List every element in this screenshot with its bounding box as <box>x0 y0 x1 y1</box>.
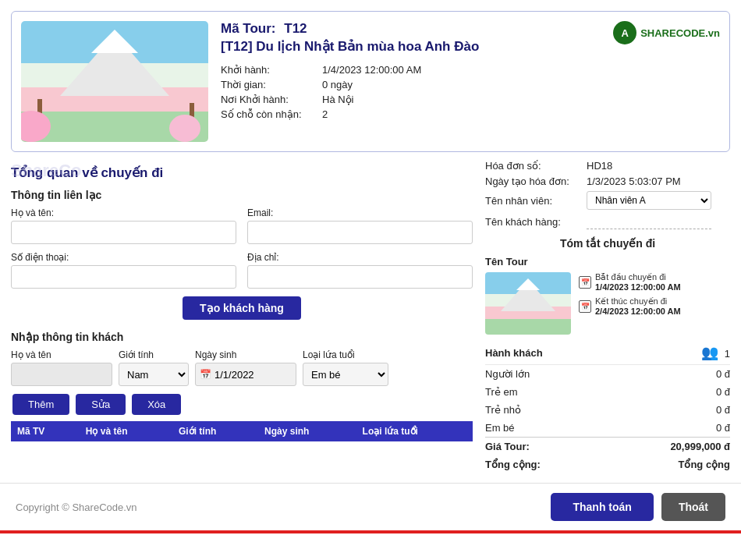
right-panel: Hóa đơn số: HD18 Ngày tạo hóa đơn: 1/3/2… <box>473 160 730 473</box>
people-icon: 👥 <box>701 345 718 360</box>
passenger-name-label: Họ và tên <box>11 349 112 360</box>
employee-select[interactable]: Nhân viên A <box>587 191 711 210</box>
summary-stats: Hành khách 👥 1 Người lớn 0 đ Trẻ em 0 đ <box>485 341 730 473</box>
delete-passenger-button[interactable]: Xóa <box>132 394 181 415</box>
col-id: Mã TV <box>11 421 80 441</box>
invoice-customer-label: Tên khách hàng: <box>485 216 587 228</box>
edit-passenger-button[interactable]: Sửa <box>76 394 126 415</box>
col-name: Họ và tên <box>80 421 172 441</box>
passengers-stat-row: Hành khách 👥 1 <box>485 341 730 365</box>
phone-input[interactable] <box>11 265 236 289</box>
logo-text: SHARECODE.vn <box>640 27 720 39</box>
table-header-row: Mã TV Họ và tên Giới tính Ngày sinh Loại… <box>11 421 473 441</box>
add-passenger-button[interactable]: Thêm <box>12 394 69 415</box>
form-row-2: Số điện thoại: Địa chỉ: <box>11 252 473 289</box>
start-row: 📅 Bắt đầu chuyến đi 1/4/2023 12:00:00 AM <box>579 272 730 292</box>
baby-price-row: Em bé 0 đ <box>485 419 730 437</box>
summary-tour-row: 📅 Bắt đầu chuyến đi 1/4/2023 12:00:00 AM… <box>485 272 730 335</box>
email-input[interactable] <box>247 221 473 244</box>
passenger-gender-select[interactable]: Nam Nữ <box>119 363 189 386</box>
toddler-label: Trẻ nhỏ <box>485 404 521 416</box>
duration-label: Thời gian: <box>221 79 322 90</box>
red-line-decoration <box>0 530 741 533</box>
footer-buttons: Thanh toán Thoát <box>551 493 725 521</box>
end-value: 2/4/2023 12:00:00 AM <box>595 307 681 316</box>
passenger-age-select[interactable]: Em bé Trẻ nhỏ Trẻ em Người lớn <box>303 363 388 386</box>
invoice-date-row: Ngày tạo hóa đơn: 1/3/2023 5:03:07 PM <box>485 175 730 187</box>
passenger-section: Nhập thông tin khách Họ và tên Giới tính… <box>11 331 473 441</box>
summary-title: Tóm tắt chuyến đi <box>485 237 730 250</box>
customer-name-input[interactable] <box>587 214 711 229</box>
payment-button[interactable]: Thanh toán <box>551 493 653 521</box>
passenger-gender-group: Giới tính Nam Nữ <box>119 349 189 386</box>
passenger-form-row: Họ và tên Giới tính Nam Nữ Ngày sinh � <box>11 349 473 386</box>
duration-value: 0 ngày <box>322 79 720 90</box>
tour-image <box>21 21 208 142</box>
address-input[interactable] <box>247 265 473 289</box>
passenger-dob-group: Ngày sinh 📅 <box>195 349 296 386</box>
summary-trip-info: 📅 Bắt đầu chuyến đi 1/4/2023 12:00:00 AM… <box>579 272 730 321</box>
phone-group: Số điện thoại: <box>11 252 236 289</box>
tour-price-row: Giá Tour: 20,999,000 đ <box>485 437 730 455</box>
copyright-text: Copyright © ShareCode.vn <box>16 502 137 513</box>
fullname-input[interactable] <box>11 221 236 244</box>
adult-label: Người lớn <box>485 368 530 380</box>
summary-section: Tóm tắt chuyến đi Tên Tour 📅 Bắt đ <box>485 237 730 473</box>
passenger-table: Mã TV Họ và tên Giới tính Ngày sinh Loại… <box>11 421 473 441</box>
contact-section: Thông tin liên lạc Họ và tên: Email: Số … <box>11 189 473 320</box>
depart-label: Khởi hành: <box>221 64 322 76</box>
seats-label: Số chỗ còn nhận: <box>221 108 322 120</box>
end-row: 📅 Kết thúc chuyến đi 2/4/2023 12:00:00 A… <box>579 296 730 316</box>
passenger-name-group: Họ và tên <box>11 349 112 386</box>
end-calendar-icon: 📅 <box>579 300 591 313</box>
action-buttons: Thêm Sửa Xóa <box>11 394 473 415</box>
col-age-type: Loại lứa tuổi <box>356 421 473 441</box>
passenger-dob-label: Ngày sinh <box>195 349 296 360</box>
create-customer-button[interactable]: Tạo khách hàng <box>183 296 301 320</box>
phone-label: Số điện thoại: <box>11 252 236 263</box>
footer: Copyright © ShareCode.vn Thanh toán Thoá… <box>0 483 741 530</box>
exit-button[interactable]: Thoát <box>661 493 725 521</box>
invoice-employee-row: Tên nhân viên: Nhân viên A <box>485 191 730 210</box>
address-label: Địa chỉ: <box>247 252 473 263</box>
sharecode-logo: A SHARECODE.vn <box>613 21 720 44</box>
passenger-age-group: Loại lứa tuổi Em bé Trẻ nhỏ Trẻ em Người… <box>303 349 388 386</box>
tour-header: Mã Tour: T12 [T12] Du lịch Nhật Bản mùa … <box>11 11 730 152</box>
main-content: ShareCo Tổng quan về chuyến đi Thông tin… <box>11 160 730 473</box>
email-group: Email: <box>247 207 473 244</box>
total-value: Tổng cộng <box>678 459 730 470</box>
tour-price-label: Giá Tour: <box>485 441 530 452</box>
start-calendar-icon: 📅 <box>579 276 591 289</box>
child-price-row: Trẻ em 0 đ <box>485 383 730 401</box>
form-row-1: Họ và tên: Email: <box>11 207 473 244</box>
email-label: Email: <box>247 207 473 218</box>
start-value: 1/4/2023 12:00:00 AM <box>595 282 681 292</box>
logo-circle-icon: A <box>613 21 636 44</box>
toddler-value: 0 đ <box>716 404 730 416</box>
child-label: Trẻ em <box>485 386 517 398</box>
invoice-date-label: Ngày tạo hóa đơn: <box>485 175 587 187</box>
invoice-employee-label: Tên nhân viên: <box>485 195 587 207</box>
invoice-number-row: Hóa đơn số: HD18 <box>485 160 730 172</box>
passenger-name-input[interactable] <box>11 363 112 386</box>
toddler-price-row: Trẻ nhỏ 0 đ <box>485 401 730 419</box>
adult-price-row: Người lớn 0 đ <box>485 365 730 383</box>
seats-value: 2 <box>322 108 720 120</box>
total-label: Tổng cộng: <box>485 459 541 470</box>
passengers-label: Hành khách <box>485 347 543 359</box>
tour-name-header-label: Tên Tour <box>485 256 730 268</box>
baby-label: Em bé <box>485 422 515 434</box>
tour-price-value: 20,999,000 đ <box>670 441 730 452</box>
baby-value: 0 đ <box>716 422 730 434</box>
create-btn-row: Tạo khách hàng <box>11 296 473 320</box>
invoice-date-value: 1/3/2023 5:03:07 PM <box>587 175 730 187</box>
contact-label: Thông tin liên lạc <box>11 189 473 201</box>
start-label: Bắt đầu chuyến đi <box>595 272 681 282</box>
col-gender: Giới tính <box>172 421 258 441</box>
col-dob: Ngày sinh <box>258 421 356 441</box>
depart-value: 1/4/2023 12:00:00 AM <box>322 64 720 76</box>
total-row: Tổng cộng: Tổng cộng <box>485 455 730 473</box>
summary-tour-image <box>485 272 571 335</box>
departure-place-value: Hà Nội <box>322 94 720 105</box>
invoice-number-value: HD18 <box>587 160 730 172</box>
